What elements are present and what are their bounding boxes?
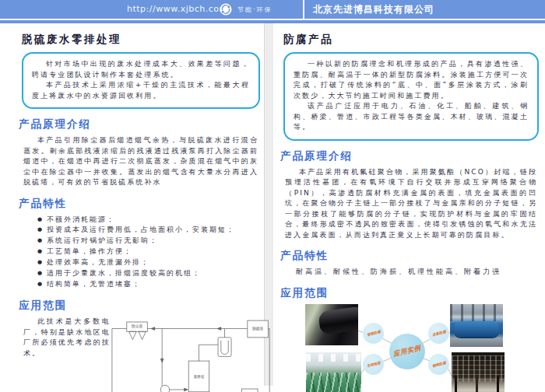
feature-item: 工艺简单，操作方便； [37,247,263,257]
feature-item: 系统运行对锅炉运行无影响； [37,236,263,247]
left-scope-text: 此技术是大多数电厂，特别是缺水地区电厂所必须优先考虑的技术。 [23,317,111,359]
photo-blue-equipment[interactable] [450,304,503,347]
photo-pipeline-tank[interactable] [305,304,358,345]
right-intro-box: 一种以新的防腐理念和机理形成的产品，具有渗透性强、重防腐、耐高温于一体的新型防腐… [283,52,539,141]
photo-workshop-floor[interactable] [306,352,361,392]
satellite-circle-pipeline: 管道防腐 [363,323,384,344]
right-title: 防腐产品 [283,33,542,47]
left-principle-text: 本产品引用除尘器后烟道烟气余热，与脱硫废水进行混合蒸发。剩余底部残液浓缩后的残液… [23,135,258,188]
right-intro-paragraph-1: 一种以新的防腐理念和机理形成的产品，具有渗透性强、重防腐、耐高温于一体的新型防腐… [294,59,529,101]
left-heading-scope: 应用范围 [19,299,263,313]
process-flow-diagram: 除尘器 脱硫塔 蒸发塔 废水箱 残液泵 [111,318,272,392]
feature-item: 不额外消耗能源； [37,215,263,226]
right-intro-paragraph-2: 该产品广泛应用于电力、石油、化工、船舶、建筑、钢构、桥梁、管道、市政工程等各类金… [294,101,529,133]
site-url[interactable]: http://www.xjbch.com [127,4,228,14]
recycle-icon [220,3,232,16]
left-heading-features: 产品特性 [19,197,263,211]
application-hub-circle: 应用实例 [389,334,425,369]
diagram-label-dust-collector: 除尘器 [132,324,142,329]
left-heading-principle: 产品原理介绍 [19,117,263,131]
right-heading-principle: 产品原理介绍 [280,149,542,163]
left-intro-box: 针对市场中出现的废水处理成本大、效果差等问题，聘请专业团队设计制作本套处理系统。… [22,52,260,109]
right-heading-scope: 应用范围 [280,286,542,300]
left-features-list: 不额外消耗能源； 投资成本及运行费用低，占地面积小，安装期短； 系统运行对锅炉运… [37,215,263,291]
diagram-label-absorber: 脱硫塔 [252,326,263,331]
satellite-label: 设备防腐 [431,329,446,336]
photo-steel-structure[interactable] [452,352,505,392]
satellite-circle-steel: 钢构防腐 [428,354,449,375]
left-column-desulfurization: 脱硫废水零排处理 针对市场中出现的废水处理成本大、效果差等问题，聘请专业团队设计… [14,26,263,392]
left-title: 脱硫废水零排处理 [22,33,263,47]
feature-item: 投资成本及运行费用低，占地面积小，安装期短； [37,225,263,236]
left-intro-paragraph-2: 本产品技术上采用浓缩+干燥的主流技术，能最大程度上将废水中的水资源回收利用。 [32,80,250,101]
right-features-text: 耐高温、耐候性、防海损、机理性能高、附着力强 [296,268,501,275]
satellite-label: 管道防腐 [366,329,381,336]
satellite-circle-equipment: 设备防腐 [428,323,449,344]
satellite-circle-floor: 车间地面 [363,354,384,375]
satellite-label: 钢构防腐 [431,360,446,367]
header-divider [303,0,304,19]
application-collage: 管道防腐 设备防腐 车间地面 钢构防腐 应用实例 [276,304,542,392]
right-column-anticorrosion: 防腐产品 一种以新的防腐理念和机理形成的产品，具有渗透性强、重防腐、耐高温于一体… [276,26,542,392]
company-name: 北京先进博昌科技有限公司 [313,3,434,16]
top-header-bar: http://www.xjbch.com 节能·环保 北京先进博昌科技有限公司 [0,0,545,19]
header-slogan: 节能·环保 [237,5,272,14]
diagram-label-evaporator: 蒸发塔 [193,374,204,379]
hub-label: 应用实例 [392,343,422,359]
left-intro-paragraph-1: 针对市场中出现的废水处理成本大、效果差等问题，聘请专业团队设计制作本套处理系统。 [32,59,250,80]
feature-item: 处理效率高，无泄漏外排； [37,257,263,268]
feature-item: 适用于少量废水，排烟温度较高的机组； [37,268,263,279]
feature-item: 结构简单，无管道堵塞； [37,279,263,290]
right-principle-text: 本产品采用有机氟硅聚合物，采用聚氨酯（NCO）封端，链段预埋活性基团，在有氧环境… [285,167,537,241]
satellite-label: 车间地面 [366,360,381,367]
right-heading-features: 产品特性 [280,249,542,263]
